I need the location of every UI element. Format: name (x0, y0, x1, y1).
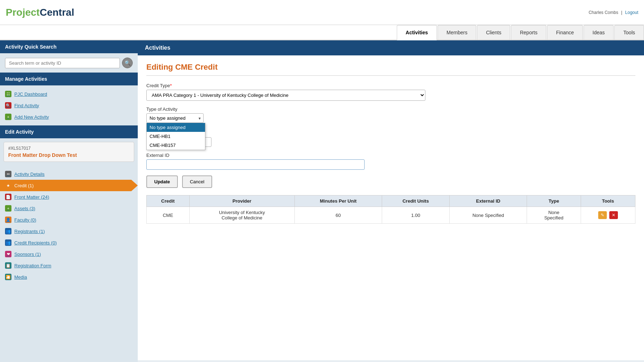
media-icon: 🎦 (5, 274, 11, 280)
tab-tools[interactable]: Tools (614, 25, 644, 40)
sidebar-item-assets[interactable]: + Assets (3) (0, 203, 138, 214)
activity-id: #XLS17017 (8, 146, 130, 151)
tab-ideas[interactable]: Ideas (584, 25, 614, 40)
edit-activity-box: #XLS17017 Front Matter Drop Down Test (4, 142, 134, 162)
table-header-row: Credit Provider Minutes Per Unit Credit … (147, 195, 635, 207)
registrants-icon: 👥 (5, 228, 11, 234)
credit-type-group: Credit Type* AMA PRA Category 1 - Univer… (146, 83, 635, 101)
col-external-id: External ID (449, 195, 527, 207)
cell-minutes: 60 (294, 207, 382, 224)
type-of-activity-group: Type of Activity No type assigned CME-HB… (146, 106, 635, 147)
col-credit: Credit (147, 195, 190, 207)
doc-icon: 📄 (5, 194, 11, 200)
cell-type: NoneSpecified (527, 207, 581, 224)
search-icon: 🔍 (125, 60, 131, 66)
edit-tool-button[interactable]: ✎ (598, 211, 607, 219)
add-activity-label: Add New Activity (14, 114, 49, 120)
col-provider: Provider (189, 195, 294, 207)
sidebar-item-registration-form[interactable]: 📋 Registration Form (0, 260, 138, 271)
cell-units: 1.00 (382, 207, 449, 224)
activity-details-label: Activity Details (14, 172, 45, 177)
grid-icon: ☷ (5, 91, 11, 97)
credit-label: Credit (1) (14, 183, 34, 188)
search-icon: 🔍 (5, 102, 11, 109)
type-of-activity-label: Type of Activity (146, 106, 635, 112)
main-layout: Activity Quick Search 🔍 Manage Activitie… (0, 40, 644, 362)
activity-type-select[interactable]: No type assigned CME-HB1 CME-HB157 (146, 113, 204, 123)
sidebar-item-activity-details[interactable]: ✏ Activity Details (0, 168, 138, 180)
external-id-input[interactable] (146, 159, 365, 170)
search-button[interactable]: 🔍 (122, 58, 133, 68)
sidebar-item-credit-recipients[interactable]: 👥 Credit Recipients (0) (0, 237, 138, 248)
sidebar: Activity Quick Search 🔍 Manage Activitie… (0, 40, 138, 362)
tab-reports[interactable]: Reports (511, 25, 546, 40)
sidebar-item-credit[interactable]: ★ Credit (1) (0, 180, 138, 191)
col-units: Credit Units (382, 195, 449, 207)
activity-name: Front Matter Drop Down Test (8, 152, 130, 158)
find-activity-label: Find Activity (14, 103, 39, 108)
nav-tabs: Activities Members Clients Reports Finan… (0, 25, 644, 40)
topbar: ProjectCentral Charles Combs | Logout (0, 0, 644, 25)
update-button[interactable]: Update (146, 175, 178, 188)
plus-icon: + (5, 114, 11, 120)
cell-external-id: None Specified (449, 207, 527, 224)
credit-type-label: Credit Type* (146, 83, 635, 88)
external-id-group: External ID (146, 153, 635, 170)
table-header: Credit Provider Minutes Per Unit Credit … (147, 195, 635, 207)
manage-activities-header: Manage Activities (0, 73, 138, 85)
assets-label: Assets (3) (14, 206, 35, 211)
credit-table: Credit Provider Minutes Per Unit Credit … (146, 195, 635, 224)
content-area: Editing CME Credit Credit Type* AMA PRA … (138, 55, 644, 360)
edit-activity-header: Edit Activity (0, 125, 138, 138)
cell-provider: University of KentuckyCollege of Medicin… (189, 207, 294, 224)
dropdown-item-cme-hb1[interactable]: CME-HB1 (147, 132, 205, 141)
logo-project: Project (6, 7, 40, 18)
star-icon: ★ (5, 182, 11, 189)
credit-recipients-label: Credit Recipients (0) (14, 240, 57, 246)
form-icon: 📋 (5, 262, 11, 269)
table-body: CME University of KentuckyCollege of Med… (147, 207, 635, 224)
delete-tool-button[interactable]: ✕ (609, 211, 618, 219)
credit-type-select[interactable]: AMA PRA Category 1 - University of Kentu… (146, 90, 425, 101)
assets-icon: + (5, 205, 11, 212)
sidebar-item-media[interactable]: 🎦 Media (0, 271, 138, 283)
user-separator: | (621, 10, 622, 15)
sidebar-item-add-activity[interactable]: + Add New Activity (0, 111, 138, 123)
external-id-label: External ID (146, 153, 635, 158)
sidebar-item-registrants[interactable]: 👥 Registrants (1) (0, 225, 138, 237)
table-row: CME University of KentuckyCollege of Med… (147, 207, 635, 224)
sub-nav-list: ✏ Activity Details ★ Credit (1) 📄 Front … (0, 165, 138, 286)
manage-nav-list: ☷ PJC Dashboard 🔍 Find Activity + Add Ne… (0, 85, 138, 125)
credit-recipients-icon: 👥 (5, 239, 11, 246)
user-name: Charles Combs (589, 10, 618, 15)
sidebar-item-find-activity[interactable]: 🔍 Find Activity (0, 100, 138, 111)
cell-tools: ✎ ✕ (581, 207, 635, 224)
dropdown-item-cme-hb157[interactable]: CME-HB157 (147, 141, 205, 150)
tab-finance[interactable]: Finance (547, 25, 583, 40)
faculty-label: Faculty (0) (14, 217, 36, 223)
col-type: Type (527, 195, 581, 207)
col-tools: Tools (581, 195, 635, 207)
logo-central: Central (40, 7, 74, 18)
sidebar-item-front-matter[interactable]: 📄 Front Matter (24) (0, 191, 138, 203)
top-right: Charles Combs | Logout (589, 10, 638, 15)
logout-link[interactable]: Logout (625, 10, 638, 15)
search-input[interactable] (5, 58, 120, 68)
tab-activities[interactable]: Activities (397, 25, 437, 40)
activity-type-wrap: No type assigned CME-HB1 CME-HB157 ▼ No … (146, 113, 204, 123)
sponsors-icon: ❤ (5, 251, 11, 257)
pjc-dashboard-label: PJC Dashboard (14, 91, 47, 97)
cell-credit: CME (147, 207, 190, 224)
sponsors-label: Sponsors (1) (14, 252, 41, 257)
cancel-button[interactable]: Cancel (182, 175, 212, 188)
tab-clients[interactable]: Clients (477, 25, 510, 40)
sidebar-item-pjc-dashboard[interactable]: ☷ PJC Dashboard (0, 88, 138, 100)
tab-members[interactable]: Members (438, 25, 476, 40)
sidebar-item-sponsors[interactable]: ❤ Sponsors (1) (0, 248, 138, 260)
quick-search-header: Activity Quick Search (0, 40, 138, 53)
dropdown-item-no-type[interactable]: No type assigned (147, 123, 205, 132)
sidebar-item-faculty[interactable]: 👤 Faculty (0) (0, 214, 138, 225)
required-star: * (170, 83, 172, 88)
form-buttons: Update Cancel (146, 175, 635, 188)
main-content: Activities Editing CME Credit Credit Typ… (138, 40, 644, 362)
